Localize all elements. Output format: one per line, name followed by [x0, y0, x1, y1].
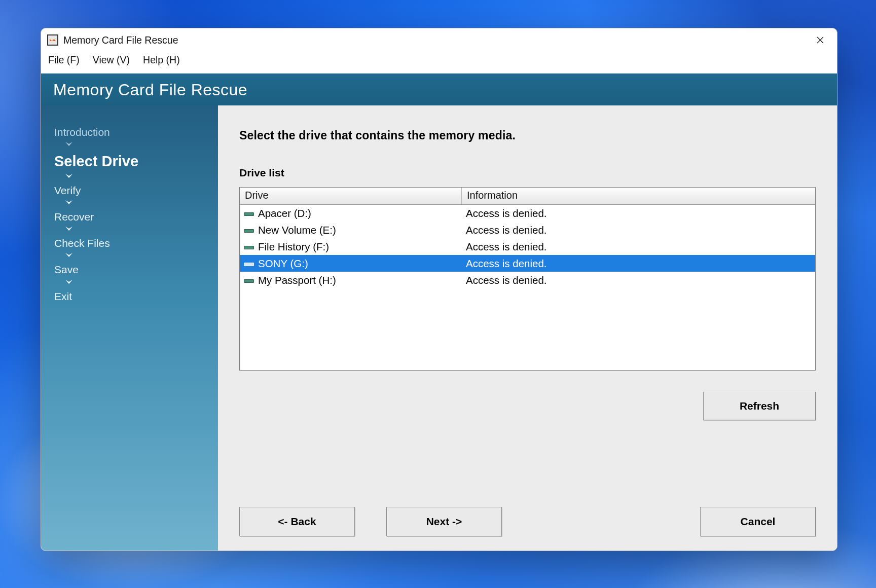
next-button[interactable]: Next -> — [386, 507, 502, 536]
drive-name: My Passport (H:) — [258, 274, 336, 286]
step-introduction[interactable]: Introduction — [54, 126, 218, 139]
menubar: File (F) View (V) Help (H) — [41, 52, 837, 74]
drive-row[interactable]: Apacer (D:)Access is denied. — [240, 205, 815, 222]
drive-name: Apacer (D:) — [258, 207, 311, 219]
chevron-down-icon — [65, 174, 218, 179]
step-label: Recover — [54, 210, 218, 224]
drive-info: Access is denied. — [462, 224, 815, 236]
step-label: Verify — [54, 184, 218, 197]
listview-header: Drive Information — [240, 188, 815, 205]
drive-name: SONY (G:) — [258, 258, 308, 270]
drive-row[interactable]: SONY (G:)Access is denied. — [240, 255, 815, 272]
step-label: Save — [54, 263, 218, 276]
drive-icon — [244, 277, 254, 283]
step-select-drive[interactable]: Select Drive — [54, 152, 218, 170]
refresh-button[interactable]: Refresh — [703, 392, 816, 420]
chevron-down-icon — [65, 142, 218, 147]
step-label: Exit — [54, 290, 218, 303]
step-recover[interactable]: Recover — [54, 210, 218, 224]
menu-file[interactable]: File (F) — [48, 54, 80, 66]
step-verify[interactable]: Verify — [54, 184, 218, 197]
main-panel: Select the drive that contains the memor… — [218, 105, 837, 550]
column-header-drive[interactable]: Drive — [240, 188, 462, 204]
banner-title: Memory Card File Rescue — [53, 81, 247, 99]
app-icon — [47, 34, 58, 46]
drive-icon — [244, 261, 254, 267]
drive-info: Access is denied. — [462, 274, 815, 286]
drive-row[interactable]: File History (F:)Access is denied. — [240, 238, 815, 255]
instruction-text: Select the drive that contains the memor… — [239, 129, 816, 142]
drive-icon — [244, 244, 254, 250]
titlebar[interactable]: Memory Card File Rescue — [41, 28, 837, 52]
step-exit[interactable]: Exit — [54, 290, 218, 303]
drive-name: File History (F:) — [258, 241, 329, 253]
app-window: Memory Card File Rescue File (F) View (V… — [41, 28, 837, 551]
chevron-down-icon — [65, 200, 218, 205]
chevron-down-icon — [65, 280, 218, 285]
close-icon — [816, 36, 824, 44]
drive-list-label: Drive list — [239, 167, 816, 179]
drive-info: Access is denied. — [462, 207, 815, 219]
drive-icon — [244, 227, 254, 233]
drive-row[interactable]: My Passport (H:)Access is denied. — [240, 272, 815, 288]
step-label: Check Files — [54, 237, 218, 250]
step-save[interactable]: Save — [54, 263, 218, 276]
drive-listview[interactable]: Drive Information Apacer (D:)Access is d… — [239, 187, 816, 371]
window-title: Memory Card File Rescue — [63, 34, 178, 46]
chevron-down-icon — [65, 253, 218, 258]
drive-info: Access is denied. — [462, 241, 815, 253]
wizard-sidebar: Introduction Select Drive Verify Recover… — [41, 105, 218, 550]
cancel-button[interactable]: Cancel — [700, 507, 816, 536]
drive-name: New Volume (E:) — [258, 224, 336, 236]
drive-row[interactable]: New Volume (E:)Access is denied. — [240, 222, 815, 238]
column-header-information[interactable]: Information — [462, 188, 815, 204]
menu-view[interactable]: View (V) — [93, 54, 130, 66]
step-label: Introduction — [54, 126, 218, 139]
back-button[interactable]: <- Back — [239, 507, 355, 536]
menu-help[interactable]: Help (H) — [143, 54, 180, 66]
drive-icon — [244, 210, 254, 216]
chevron-down-icon — [65, 227, 218, 232]
app-banner: Memory Card File Rescue — [41, 74, 837, 105]
window-close-button[interactable] — [806, 28, 835, 52]
step-label: Select Drive — [54, 152, 218, 170]
drive-info: Access is denied. — [462, 258, 815, 270]
step-check-files[interactable]: Check Files — [54, 237, 218, 250]
